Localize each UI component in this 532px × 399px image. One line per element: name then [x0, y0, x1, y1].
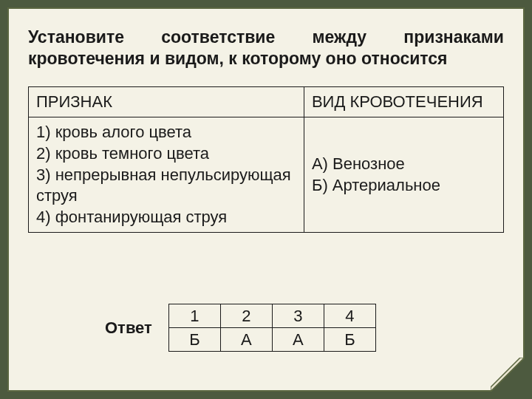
heading-line-2: кровотечения и видом, к которому оно отн…: [28, 48, 504, 69]
answer-block: Ответ 1 2 3 4 Б А А Б: [105, 304, 376, 352]
answer-col-3: 3: [272, 304, 324, 328]
answer-val-2: А: [220, 328, 272, 352]
heading-line-1: Установите соответствие между признаками: [28, 27, 504, 47]
answer-col-2: 2: [220, 304, 272, 328]
header-type: ВИД КРОВОТЕЧЕНИЯ: [304, 86, 503, 117]
header-feature: ПРИЗНАК: [29, 86, 304, 117]
answer-header-row: 1 2 3 4: [168, 304, 375, 328]
answer-table: 1 2 3 4 Б А А Б: [168, 304, 376, 352]
matching-table: ПРИЗНАК ВИД КРОВОТЕЧЕНИЯ 1) кровь алого …: [28, 86, 504, 233]
slide-content: Установите соответствие между признаками…: [7, 7, 525, 392]
types-cell: А) Венозное Б) Артериальное: [304, 117, 503, 233]
answer-val-4: Б: [324, 328, 375, 352]
features-text: 1) кровь алого цвета 2) кровь темного цв…: [36, 123, 291, 225]
answer-val-1: Б: [168, 328, 220, 352]
task-heading: Установите соответствие между признаками…: [28, 27, 504, 70]
types-text: А) Венозное Б) Артериальное: [312, 154, 440, 194]
page-fold-icon: [491, 358, 525, 392]
answer-value-row: Б А А Б: [168, 328, 375, 352]
answer-col-1: 1: [168, 304, 220, 328]
answer-label: Ответ: [105, 318, 152, 338]
answer-val-3: А: [272, 328, 324, 352]
slide-frame: Установите соответствие между признаками…: [0, 0, 532, 399]
answer-col-4: 4: [324, 304, 375, 328]
features-cell: 1) кровь алого цвета 2) кровь темного цв…: [29, 117, 304, 233]
